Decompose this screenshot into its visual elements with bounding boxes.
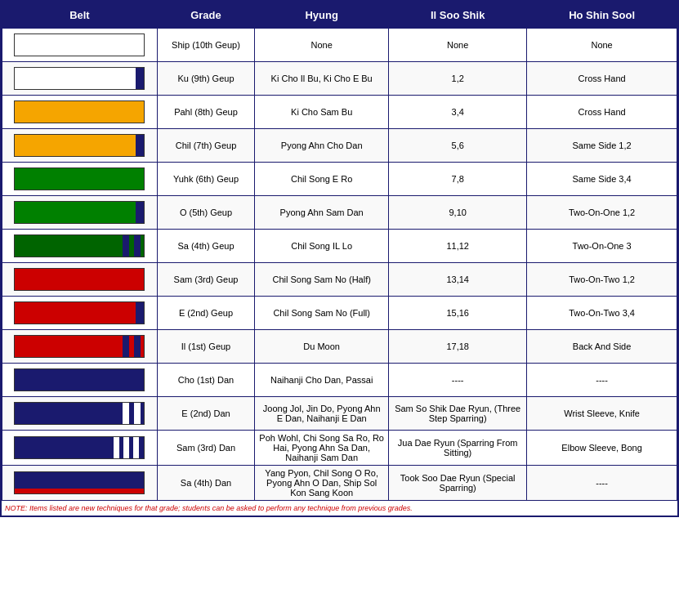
belt-visual	[14, 100, 145, 123]
belt-visual	[14, 268, 145, 291]
grade-cell: Sa (4th) Geup	[157, 230, 254, 263]
hoshin-cell: Two-On-One 3	[527, 230, 677, 263]
hoshin-cell: Elbow Sleeve, Bong	[527, 431, 677, 466]
grade-cell: Chil (7th) Geup	[157, 129, 254, 163]
belt-cell	[2, 163, 158, 196]
hoshin-cell: ----	[527, 466, 677, 501]
footnote: NOTE: Items listed are new techniques fo…	[2, 501, 677, 516]
table-row: Yuhk (6th) GeupChil Song E Ro7,8Same Sid…	[2, 163, 677, 196]
table-row: Ku (9th) GeupKi Cho Il Bu, Ki Cho E Bu1,…	[2, 62, 677, 96]
belt-cell	[2, 29, 158, 62]
hyung-cell: Du Moon	[255, 330, 389, 364]
hoshin-cell: ----	[527, 364, 677, 397]
ilsooshik-cell: 1,2	[389, 62, 527, 96]
belt-visual	[14, 436, 145, 459]
belt-visual	[14, 167, 145, 190]
ilsooshik-cell: Jua Dae Ryun (Sparring From Sitting)	[389, 431, 527, 466]
belt-cell	[2, 96, 158, 129]
grade-cell: Yuhk (6th) Geup	[157, 163, 254, 196]
table-row: Sa (4th) GeupChil Song IL Lo11,12Two-On-…	[2, 230, 677, 263]
grade-cell: E (2nd) Geup	[157, 297, 254, 330]
hyung-cell: Ki Cho Il Bu, Ki Cho E Bu	[255, 62, 389, 96]
belt-cell	[2, 196, 158, 230]
ilsooshik-cell: 15,16	[389, 297, 527, 330]
belt-visual	[14, 471, 145, 494]
grade-cell: E (2nd) Dan	[157, 397, 254, 431]
table-row: E (2nd) DanJoong Jol, Jin Do, Pyong Ahn …	[2, 397, 677, 431]
hyung-cell: Naihanji Cho Dan, Passai	[255, 364, 389, 397]
ilsooshik-cell: 11,12	[389, 230, 527, 263]
hyung-cell: None	[255, 29, 389, 62]
hoshin-cell: Cross Hand	[527, 62, 677, 96]
ilsooshik-cell: None	[389, 29, 527, 62]
header-ilsooshik: Il Soo Shik	[389, 2, 527, 29]
hoshin-cell: Two-On-One 1,2	[527, 196, 677, 230]
header-grade: Grade	[157, 2, 254, 29]
hoshin-cell: Two-On-Two 1,2	[527, 263, 677, 297]
belt-visual	[14, 335, 145, 358]
hoshin-cell: Back And Side	[527, 330, 677, 364]
hoshin-cell: Same Side 1,2	[527, 129, 677, 163]
belt-cell	[2, 397, 158, 431]
belt-cell	[2, 62, 158, 96]
belt-visual	[14, 234, 145, 257]
header-belt: Belt	[2, 2, 158, 29]
belt-visual	[14, 134, 145, 157]
ilsooshik-cell: 5,6	[389, 129, 527, 163]
belt-visual	[14, 201, 145, 224]
main-table-container: Belt Grade Hyung Il Soo Shik Ho Shin Soo…	[0, 0, 679, 517]
table-row: Ship (10th Geup)NoneNoneNone	[2, 29, 677, 62]
header-hoshin: Ho Shin Sool	[527, 2, 677, 29]
ilsooshik-cell: 17,18	[389, 330, 527, 364]
ilsooshik-cell: 3,4	[389, 96, 527, 129]
table-row: Il (1st) GeupDu Moon17,18Back And Side	[2, 330, 677, 364]
grade-cell: Il (1st) Geup	[157, 330, 254, 364]
belt-cell	[2, 466, 158, 501]
table-row: Sam (3rd) GeupChil Song Sam No (Half)13,…	[2, 263, 677, 297]
hyung-cell: Chil Song Sam No (Full)	[255, 297, 389, 330]
grade-cell: Sam (3rd) Dan	[157, 431, 254, 466]
belt-visual	[14, 368, 145, 391]
belt-cell	[2, 230, 158, 263]
belt-visual	[14, 33, 145, 56]
belt-cell	[2, 129, 158, 163]
hoshin-cell: Wrist Sleeve, Knife	[527, 397, 677, 431]
hyung-cell: Chil Song IL Lo	[255, 230, 389, 263]
header-hyung: Hyung	[255, 2, 389, 29]
table-row: Sam (3rd) DanPoh Wohl, Chi Song Sa Ro, R…	[2, 431, 677, 466]
grade-cell: O (5th) Geup	[157, 196, 254, 230]
belt-visual	[14, 301, 145, 324]
hyung-cell: Chil Song E Ro	[255, 163, 389, 196]
grade-cell: Ship (10th Geup)	[157, 29, 254, 62]
ilsooshik-cell: Took Soo Dae Ryun (Special Sparring)	[389, 466, 527, 501]
hoshin-cell: Cross Hand	[527, 96, 677, 129]
table-row: Sa (4th) DanYang Pyon, Chil Song O Ro, P…	[2, 466, 677, 501]
hyung-cell: Joong Jol, Jin Do, Pyong Ahn E Dan, Naih…	[255, 397, 389, 431]
grade-cell: Sam (3rd) Geup	[157, 263, 254, 297]
table-row: O (5th) GeupPyong Ahn Sam Dan9,10Two-On-…	[2, 196, 677, 230]
grade-cell: Ku (9th) Geup	[157, 62, 254, 96]
ilsooshik-cell: 7,8	[389, 163, 527, 196]
belt-visual	[14, 402, 145, 425]
hoshin-cell: Same Side 3,4	[527, 163, 677, 196]
belt-cell	[2, 263, 158, 297]
hyung-cell: Poh Wohl, Chi Song Sa Ro, Ro Hai, Pyong …	[255, 431, 389, 466]
hyung-cell: Ki Cho Sam Bu	[255, 96, 389, 129]
hoshin-cell: Two-On-Two 3,4	[527, 297, 677, 330]
hoshin-cell: None	[527, 29, 677, 62]
curriculum-table: Belt Grade Hyung Il Soo Shik Ho Shin Soo…	[2, 2, 677, 501]
table-row: E (2nd) GeupChil Song Sam No (Full)15,16…	[2, 297, 677, 330]
belt-cell	[2, 297, 158, 330]
grade-cell: Sa (4th) Dan	[157, 466, 254, 501]
hyung-cell: Pyong Ahn Sam Dan	[255, 196, 389, 230]
ilsooshik-cell: ----	[389, 364, 527, 397]
ilsooshik-cell: 13,14	[389, 263, 527, 297]
grade-cell: Cho (1st) Dan	[157, 364, 254, 397]
table-row: Chil (7th) GeupPyong Ahn Cho Dan5,6Same …	[2, 129, 677, 163]
table-row: Cho (1st) DanNaihanji Cho Dan, Passai---…	[2, 364, 677, 397]
belt-cell	[2, 431, 158, 466]
belt-visual	[14, 67, 145, 90]
ilsooshik-cell: Sam So Shik Dae Ryun, (Three Step Sparri…	[389, 397, 527, 431]
belt-cell	[2, 364, 158, 397]
hyung-cell: Chil Song Sam No (Half)	[255, 263, 389, 297]
